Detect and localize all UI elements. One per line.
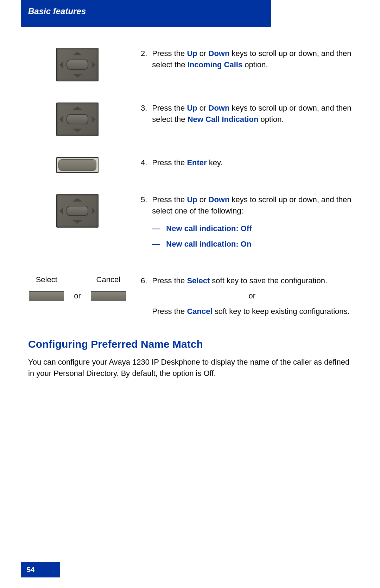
nav-pad-icon — [56, 103, 99, 136]
step-number: 5. — [141, 194, 147, 254]
step-top-text: Press the Select soft key to save the co… — [152, 275, 352, 286]
step-row: 3. Press the Up or Down keys to scroll u… — [28, 103, 352, 136]
header-title: Basic features — [28, 6, 86, 16]
step-bottom-text: Press the Cancel soft key to keep existi… — [152, 306, 352, 317]
softkey-cancel-col: Cancel — [91, 275, 126, 301]
step-body: Press the Up or Down keys to scroll up o… — [152, 194, 352, 254]
step-icon-col: Select or Cancel — [28, 275, 127, 301]
page-footer: 54 — [21, 562, 60, 577]
step-row: 2. Press the Up or Down keys to scroll u… — [28, 48, 352, 81]
nav-pad-icon — [56, 194, 99, 228]
step-icon-col — [28, 194, 127, 228]
step-text: 6. Press the Select soft key to save the… — [141, 275, 352, 317]
dash-icon: — — [152, 223, 160, 234]
softkey-icon — [29, 291, 64, 301]
page-header: Basic features — [21, 0, 271, 27]
sublist-item: — New call indication: On — [152, 239, 352, 250]
step-body: Press the Select soft key to save the co… — [152, 275, 352, 317]
step-number: 3. — [141, 103, 147, 125]
step-body: Press the Up or Down keys to scroll up o… — [152, 103, 352, 125]
step-row: 4. Press the Enter key. — [28, 157, 352, 173]
step-number: 4. — [141, 157, 147, 168]
softkey-cancel-label: Cancel — [96, 275, 120, 284]
page-content: 2. Press the Up or Down keys to scroll u… — [28, 27, 352, 379]
nav-pad-icon — [56, 48, 99, 81]
step-row: 5. Press the Up or Down keys to scroll u… — [28, 194, 352, 254]
step-or-text: or — [152, 290, 352, 302]
sublist-item: — New call indication: Off — [152, 223, 352, 234]
enter-key-icon — [56, 157, 99, 173]
step-icon-col — [28, 48, 127, 81]
manual-page: Basic features 2. Press the Up or Down k… — [0, 0, 380, 588]
step-number: 2. — [141, 48, 147, 70]
step-sublist: — New call indication: Off — New call in… — [152, 223, 352, 250]
step-body: Press the Up or Down keys to scroll up o… — [152, 48, 352, 70]
step-number: 6. — [141, 275, 147, 317]
step-row: Select or Cancel 6. Press the Select sof… — [28, 275, 352, 317]
step-text: 2. Press the Up or Down keys to scroll u… — [141, 48, 352, 70]
section-paragraph: You can configure your Avaya 1230 IP Des… — [28, 357, 352, 379]
softkey-select-label: Select — [36, 275, 57, 284]
section-heading: Configuring Preferred Name Match — [28, 338, 352, 350]
step-text: 5. Press the Up or Down keys to scroll u… — [141, 194, 352, 254]
step-text: 4. Press the Enter key. — [141, 157, 352, 168]
page-number: 54 — [27, 566, 34, 574]
step-icon-col — [28, 157, 127, 173]
dash-icon: — — [152, 239, 160, 250]
softkey-or: or — [74, 291, 81, 301]
softkey-block: Select or Cancel — [28, 275, 127, 301]
softkey-select-col: Select — [29, 275, 64, 301]
softkey-icon — [91, 291, 126, 301]
step-icon-col — [28, 103, 127, 136]
step-body: Press the Enter key. — [152, 157, 352, 168]
step-text: 3. Press the Up or Down keys to scroll u… — [141, 103, 352, 125]
